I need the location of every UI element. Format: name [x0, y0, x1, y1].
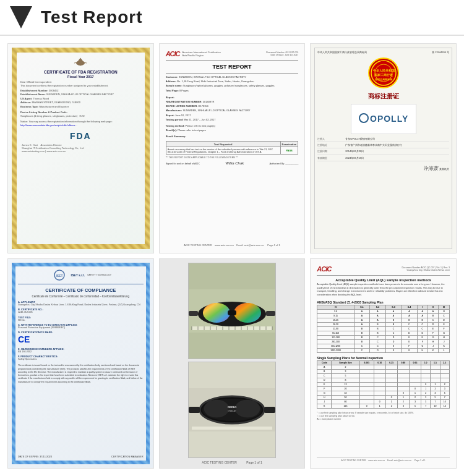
col-aql-15: 1.5: [431, 360, 440, 365]
trademark-top-bar: 中华人民共和国国家工商行政管理总局商标局 第 13944994 号: [317, 51, 449, 54]
ce-standard: E. HARMONIZED STANDARD APPLIED: EN 166:2…: [18, 347, 144, 354]
acic-manufacturer: Manufacturer: SUNWIDEN, XINHUA LP-LD OPT…: [166, 109, 299, 112]
ce-applicant: A. APPLICANT Guangzhou City Shuibu Dasha…: [18, 300, 144, 307]
fda-signature: James E. Hunt Associates Director Shangh…: [19, 143, 142, 153]
trademark-fields: 注册人 廿东OPOLLY眼镜有限公司 注册地址 广东省广州市老旧路新华李水南中大…: [317, 136, 449, 161]
svg-rect-20: [189, 311, 198, 316]
svg-text:ISET: ISET: [56, 274, 62, 278]
certificates-grid: CERTIFICATE OF FDA REGISTRATION Fiscal Y…: [0, 36, 464, 476]
table-row: G3201235: [317, 391, 450, 395]
ce-inner: ISET ISET s.r.l. SAFETY TECHNOLOGY CERTI…: [12, 263, 150, 464]
table-row: K1250123571014: [317, 404, 450, 408]
table-row: 1201-3200CDEGHKL: [317, 348, 450, 352]
acic-divider: [166, 60, 299, 61]
goggle-photo-1: [188, 263, 276, 359]
acic-table-header-test: Test Requested: [166, 142, 280, 147]
col-aql-65: 0.65: [409, 360, 421, 365]
col-size: Sample Size: [332, 360, 360, 365]
table-row: Assert necessary that has test on the ve…: [166, 147, 298, 155]
col-iii: III: [439, 305, 450, 309]
acic-test-name: Assert necessary that has test on the ve…: [166, 147, 280, 155]
table-row: J8001235710: [317, 399, 450, 404]
col-s1: S-1: [354, 305, 369, 309]
col-aql-1: 0.10: [374, 360, 385, 365]
svg-rect-48: [192, 427, 272, 430]
trademark-field-valid: 有效期至 2024年06月19日: [317, 155, 449, 161]
trademark-field-reg-date: 注册日期 2014年06月20日: [317, 148, 449, 155]
acic-ref: Document Number: GZ-2017-001 Date of Iss…: [266, 51, 298, 56]
ce-terms: The certificate is issued based on the t…: [18, 364, 144, 384]
table-row: 2-8AAAAAAB: [317, 309, 450, 313]
acic-device-listing: DEVICE LISTING NUMBER: D170154: [166, 104, 299, 108]
acic2-header-text: Document Number: ACIC-QC-007 | Vol: 1 | …: [402, 266, 450, 271]
trademark-left-text: 中华人民共和国国家工商行政管理总局商标局: [317, 51, 367, 54]
ce-bottom: DATE OF EXPIRE: 37/11/2023 CERTIFICATION…: [18, 455, 144, 458]
svg-text:OBOLN: OBOLN: [228, 406, 237, 409]
fda-content: Dear Official Correspondent: This docume…: [19, 80, 142, 127]
table-row: H50012357: [317, 395, 450, 399]
table-row: 16-25AABBBCD: [317, 318, 450, 322]
page-title: Test Report: [41, 7, 143, 27]
svg-point-2: [79, 59, 82, 62]
table-row: 501-1200CCEFGJK: [317, 344, 450, 348]
goggle-svg-1: [189, 289, 275, 333]
svg-rect-46: [189, 407, 200, 413]
product-photos-card: OBOLN GPADLAY ACIC TESTING CENTER Page 1…: [159, 258, 306, 469]
svg-point-11: [359, 114, 368, 122]
col-aql-25b: 2.5: [440, 360, 449, 365]
table-row: N S-1 S-2 S-3 S-4 I II III: [317, 305, 450, 309]
table-row: 26-50ABBCCDE: [317, 322, 450, 326]
trademark-signature: 许海轰 某某机关: [317, 165, 449, 172]
ce-cert-manager: CERTIFICATION MANAGER: [111, 455, 144, 458]
table-row: 91-150BBCDDFG: [317, 331, 450, 335]
goggle-svg-2: OBOLN GPADLAY: [189, 388, 275, 431]
trademark-field-registrant: 注册人 廿东OPOLLY眼镜有限公司: [317, 136, 449, 142]
col-i: I: [417, 305, 427, 309]
svg-point-41: [235, 400, 260, 417]
acic2-logo: ACIC: [317, 265, 331, 273]
svg-text:中华人民共和国: 中华人民共和国: [372, 69, 394, 72]
acic-summary-label: Result Summary:: [166, 135, 299, 138]
acic2-description: Acceptable Quality Limit (AQL) sample in…: [317, 283, 450, 297]
acic2-footer: ACIC TESTING CENTER www.acic.com.cn Emai…: [317, 457, 450, 462]
col-s3: S-3: [385, 305, 401, 309]
acic2-notes: * = use first sampling plan below arrow.…: [317, 412, 450, 422]
fda-logo-text: FDA: [70, 131, 92, 141]
acic-results-label: Result(s): Please refer to test pages: [166, 129, 299, 132]
table-row: E13012: [317, 382, 450, 386]
table-row: B3: [317, 369, 450, 373]
svg-rect-22: [192, 326, 272, 330]
acic-submitted: Report:: [166, 96, 299, 99]
ce-logo-row: ISET ISET s.r.l. SAFETY TECHNOLOGY: [50, 269, 111, 281]
ce-ce-mark: D. CERTIFICATION/CE MARK: CE: [18, 331, 144, 346]
opolly-brand-name: OPOLLY: [359, 109, 408, 129]
fda-certificate-card: CERTIFICATE OF FDA REGISTRATION Fiscal Y…: [7, 43, 154, 253]
svg-text:国家工商行政: 国家工商行政: [374, 73, 393, 77]
acic-logo-row: ACIC American International Certificatio…: [166, 50, 299, 57]
acic-report-date: Report: June 10, 2017: [166, 114, 299, 117]
ce-directive: C. WITH REFERENCE TO EU DIRECTIVE APPLIE…: [18, 323, 144, 329]
goggle-photo-2: OBOLN GPADLAY: [188, 362, 276, 458]
acic-logo: ACIC: [166, 50, 180, 57]
col-aql-4: 0.40: [397, 360, 409, 365]
table-row: F200123: [317, 386, 450, 391]
ce-product: F. PRODUCT CHARACTERISTICS: Safety Spect…: [18, 355, 144, 361]
svg-point-17: [203, 303, 230, 323]
ce-certificate-card: ISET ISET s.r.l. SAFETY TECHNOLOGY CERTI…: [7, 258, 154, 469]
acic2-inner: ACIC Document Number: ACIC-QC-007 | Vol:…: [314, 263, 452, 464]
trademark-field-address: 注册地址 广东省广州市老旧路新华李水南中大工业园供供行行: [317, 142, 449, 148]
table-row: Code Sample Size 0.065 0.10 0.25 0.40 0.…: [317, 360, 450, 365]
table-row: 151-280BCDEEGH: [317, 335, 450, 339]
acic-address: Address: No. 1, Bi Feng Road, Shibi Indu…: [166, 80, 299, 83]
acic-tagline: American International CertificationAsia…: [183, 51, 221, 57]
ce-fields: A. APPLICANT Guangzhou City Shuibu Dasha…: [18, 300, 144, 362]
table-row: 281-500BCDEFHJ: [317, 339, 450, 344]
acic2-divider: [317, 275, 450, 276]
ce-test-file: TEST FILE: NV.No.: [18, 316, 144, 322]
acic2-standard-title: ANSI/ASQ Standard Z1.4-2003 Sampling Pla…: [317, 300, 450, 304]
trademark-certificate-card: 中华人民共和国国家工商行政管理总局商标局 第 13944994 号 中华人民共和…: [310, 43, 457, 253]
iset-name: ISET s.r.l.: [71, 273, 85, 277]
acic-testing-period: Testing period: Mar 21, 2017 – Jun 02, 2…: [166, 118, 299, 121]
fda-fiscal-year: Fiscal Year 2017: [67, 75, 93, 79]
acic-signature-area: Signed for and on behalf of ACIC Willia …: [166, 161, 299, 165]
